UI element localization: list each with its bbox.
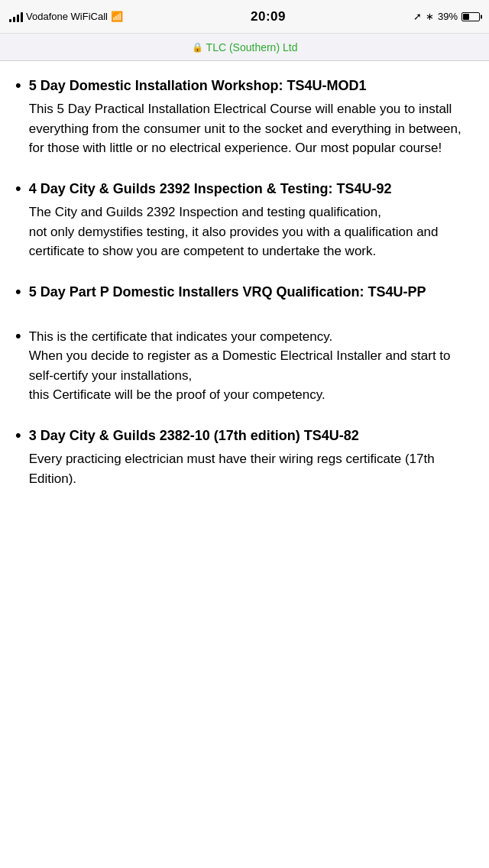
bullet-icon: • [15,326,21,348]
bullet-icon: • [15,281,21,303]
address-text: 🔒 TLC (Southern) Ltd [192,41,298,53]
item-title: 4 Day City & Guilds 2392 Inspection & Te… [29,180,474,198]
item-title: 5 Day Domestic Installation Workshop: TS… [29,76,474,95]
battery-percent: 39% [438,11,458,22]
battery-fill [463,14,469,20]
signal-bar-2 [13,17,15,22]
item-body: The City and Guilds 2392 Inspection and … [29,202,474,261]
item-content: 4 Day City & Guilds 2392 Inspection & Te… [29,180,474,261]
carrier-label: Vodafone WiFiCall [26,11,108,22]
list-item: • This is the certificate that indicates… [15,327,474,405]
status-bar: Vodafone WiFiCall 📶 20:09 ➚ ∗ 39% [0,0,489,34]
list-item: • 4 Day City & Guilds 2392 Inspection & … [15,180,474,261]
status-right: ➚ ∗ 39% [413,11,480,22]
battery-body [461,12,480,21]
item-content: 5 Day Domestic Installation Workshop: TS… [29,76,474,158]
item-content: 5 Day Part P Domestic Installers VRQ Qua… [29,283,474,306]
bullet-icon: • [15,75,21,97]
lock-icon: 🔒 [192,42,203,53]
wifi-icon: 📶 [111,11,123,22]
item-body: This is the certificate that indicates y… [29,327,474,405]
list-item: • 5 Day Domestic Installation Workshop: … [15,76,474,158]
item-title: 3 Day City & Guilds 2382-10 (17th editio… [29,426,474,445]
item-body: This 5 Day Practical Installation Electr… [29,99,474,158]
list-item: • 5 Day Part P Domestic Installers VRQ Q… [15,283,474,306]
list-item: • 3 Day City & Guilds 2382-10 (17th edit… [15,426,474,488]
signal-bars [9,11,23,22]
time-display: 20:09 [251,9,286,24]
signal-bar-1 [9,19,11,22]
signal-bar-4 [21,12,23,22]
status-left: Vodafone WiFiCall 📶 [9,11,123,22]
signal-bar-3 [17,15,19,22]
address-bar[interactable]: 🔒 TLC (Southern) Ltd [0,34,489,61]
item-content: 3 Day City & Guilds 2382-10 (17th editio… [29,426,474,488]
bullet-icon: • [15,425,21,447]
location-icon: ➚ [413,11,422,22]
bluetooth-icon: ∗ [426,11,434,22]
item-title: 5 Day Part P Domestic Installers VRQ Qua… [29,283,474,301]
battery-indicator [461,12,480,21]
item-body: Every practicing electrician must have t… [29,449,474,488]
content-area: • 5 Day Domestic Installation Workshop: … [0,61,489,525]
bullet-icon: • [15,178,21,200]
item-content: This is the certificate that indicates y… [29,327,474,405]
address-label: TLC (Southern) Ltd [206,41,298,53]
